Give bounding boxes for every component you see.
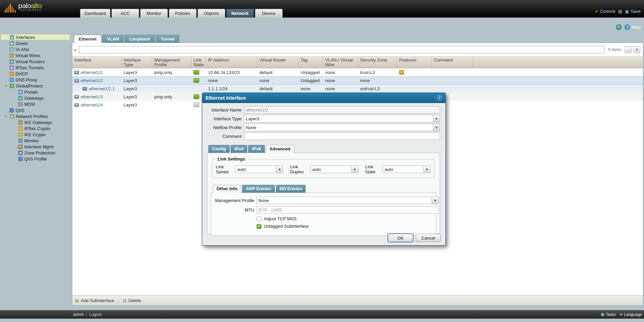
logo-text: paloaltoNETWORKS xyxy=(18,3,42,13)
tab-advanced[interactable]: Advanced xyxy=(266,145,294,153)
interface-icon: ▦ xyxy=(74,103,79,107)
document-edit-icon[interactable]: ▤ xyxy=(618,9,622,14)
sidebar-item-ike-crypto[interactable]: KIKE Crypto xyxy=(1,131,70,138)
save-button[interactable]: ▣Save xyxy=(625,9,641,14)
sidebar-item-zones[interactable]: ▦Zones xyxy=(1,40,70,46)
column-interface[interactable]: Interface xyxy=(72,57,122,68)
untagged-subinterface-checkbox[interactable] xyxy=(257,224,261,229)
sidebar-item-ipsec-tunnels[interactable]: ◉IPSec Tunnels xyxy=(1,65,70,71)
subinterface-icon: ▸ xyxy=(82,87,87,91)
column-ip-address[interactable]: IP Address xyxy=(206,57,257,68)
language-button[interactable]: ⊕Language xyxy=(619,312,642,317)
column-security-zone[interactable]: Security Zone xyxy=(358,57,397,68)
column-link-state[interactable]: Link State xyxy=(191,57,206,68)
sidebar-item-network-profiles[interactable]: ▼▤Network Profiles xyxy=(1,113,70,119)
ipsec-crypto-icon: K xyxy=(18,126,23,131)
sidebar-item-qos[interactable]: ◔QoS xyxy=(1,107,70,113)
sidebar-item-virtual-wires[interactable]: ≈Virtual Wires xyxy=(1,52,70,58)
column-management-profile[interactable]: Management Profile xyxy=(152,57,191,68)
refresh-icon[interactable]: ↻ xyxy=(616,24,622,30)
mdm-icon: ▯ xyxy=(18,102,23,106)
dns-proxy-icon: N xyxy=(9,78,14,82)
sidebar-item-interfaces[interactable]: ▤Interfaces xyxy=(1,34,70,40)
sidebar-item-monitor[interactable]: ▭Monitor xyxy=(1,138,70,144)
netflow-profile-label: Netflow Profile xyxy=(207,125,241,130)
nav-tab-dashboard[interactable]: Dashboard xyxy=(80,9,110,18)
sidebar-item-zone-protection[interactable]: ◆Zone Protection xyxy=(1,150,70,156)
dialog-footer: OK Cancel xyxy=(388,234,441,242)
sidebar-item-mdm[interactable]: ▯MDM xyxy=(1,101,70,107)
top-header: paloaltoNETWORKS Dashboard ACC Monitor P… xyxy=(0,0,644,18)
link-state-label: Link State xyxy=(365,164,381,174)
column-vlan-virtual-wire[interactable]: VLAN / Virtual-Wire xyxy=(323,57,358,68)
column-virtual-router[interactable]: Virtual Router xyxy=(257,57,299,68)
tab-ethernet[interactable]: Ethernet xyxy=(74,35,101,43)
link-duplex-select[interactable]: auto ▼ xyxy=(310,166,358,173)
nav-tab-device[interactable]: Device xyxy=(255,9,283,18)
tab-ipv4[interactable]: IPv4 xyxy=(231,145,247,153)
comment-input[interactable] xyxy=(244,132,440,140)
sidebar-item-globalprotect[interactable]: ▼⊕GlobalProtect xyxy=(1,83,70,89)
sidebar-item-qos-profile[interactable]: ◔QoS Profile xyxy=(1,156,70,162)
sidebar-item-ike-gateways[interactable]: #IKE Gateways xyxy=(1,119,70,125)
tab-config[interactable]: Config xyxy=(208,145,230,153)
link-speed-select[interactable]: auto ▼ xyxy=(235,166,283,173)
nav-tab-network[interactable]: Network xyxy=(226,9,254,18)
interface-type-select[interactable]: Layer3 ▼ xyxy=(244,115,440,122)
tab-other-info[interactable]: Other Info xyxy=(213,185,241,193)
nav-tab-objects[interactable]: Objects xyxy=(198,9,225,18)
sidebar-item-virtual-routers[interactable]: ◈Virtual Routers xyxy=(1,58,70,65)
tab-tunnel[interactable]: Tunnel xyxy=(156,35,180,43)
column-features[interactable]: Features xyxy=(397,57,432,68)
help-button[interactable]: ?Help xyxy=(624,24,641,30)
add-subinterface-button[interactable]: ⊞Add Subinterface xyxy=(75,298,114,303)
ok-button[interactable]: OK xyxy=(388,234,413,242)
chevron-down-icon: ▼ xyxy=(276,166,283,173)
table-row-ethernet1-2[interactable]: ▦ethernet1/2 Layer3 none none Untagged n… xyxy=(72,76,643,84)
nav-tab-policies[interactable]: Policies xyxy=(169,9,197,18)
nav-tab-acc[interactable]: ACC xyxy=(111,9,139,18)
virtual-routers-icon: ◈ xyxy=(9,59,14,64)
qos-profile-icon: ◔ xyxy=(18,157,23,161)
tab-nd-entries[interactable]: ND Entries xyxy=(276,185,306,193)
sidebar-item-portals[interactable]: ◉Portals xyxy=(1,89,70,95)
tasks-button[interactable]: ▣Tasks xyxy=(601,312,616,317)
cancel-button[interactable]: Cancel xyxy=(416,234,441,242)
clear-filter-button[interactable]: × xyxy=(634,46,640,53)
dialog-help-icon[interactable]: ? xyxy=(437,95,442,101)
link-settings-fieldset: Link Settings Link Speed auto ▼ Link Dup… xyxy=(212,159,434,178)
filter-icon: ▶ xyxy=(74,48,77,52)
tab-arp-entries[interactable]: ARP Entries xyxy=(242,185,275,193)
sidebar-item-ipsec-crypto[interactable]: KIPSec Crypto xyxy=(1,125,70,131)
apply-filter-button[interactable]: → xyxy=(625,46,632,53)
column-interface-type[interactable]: Interface Type xyxy=(122,57,152,68)
table-row-ethernet1-1[interactable]: ▦ethernet1/1 Layer3 ping-only 10.66.24.1… xyxy=(72,68,643,76)
sidebar-item-gateways[interactable]: ◈Gateways xyxy=(1,95,70,101)
sidebar-item-vlans[interactable]: ▧VLANs xyxy=(1,46,70,52)
mtu-input[interactable] xyxy=(256,206,439,214)
filter-input[interactable] xyxy=(79,46,605,53)
tab-vlan[interactable]: VLAN xyxy=(102,35,124,43)
table-row-ethernet1-2-1[interactable]: ▸ethernet1/2.1 Layer3 1.1.1.1/24 default… xyxy=(72,84,643,93)
column-comment[interactable]: Comment xyxy=(432,57,473,68)
logout-link[interactable]: Logout xyxy=(89,312,102,317)
tasks-icon: ▣ xyxy=(601,312,604,317)
commit-button[interactable]: ✔Commit xyxy=(595,9,615,14)
sidebar-item-dhcp[interactable]: DDHCP xyxy=(1,71,70,77)
expander-icon[interactable]: ▼ xyxy=(4,115,8,118)
divider xyxy=(118,298,119,303)
netflow-profile-select[interactable]: None ▼ xyxy=(244,124,440,131)
language-globe-icon: ⊕ xyxy=(619,312,622,317)
column-tag[interactable]: Tag xyxy=(299,57,323,68)
nav-tab-monitor[interactable]: Monitor xyxy=(140,9,168,18)
sidebar-item-dns-proxy[interactable]: NDNS Proxy xyxy=(1,77,70,83)
monitor-icon: ▭ xyxy=(18,139,23,143)
adjust-tcp-mss-checkbox[interactable] xyxy=(257,217,261,221)
tab-ipv6[interactable]: IPv6 xyxy=(248,145,265,153)
link-state-select[interactable]: auto ▼ xyxy=(383,166,431,173)
management-profile-select[interactable]: None ▼ xyxy=(256,197,439,204)
delete-button[interactable]: ⊟Delete xyxy=(123,298,141,303)
tab-loopback[interactable]: Loopback xyxy=(125,35,155,43)
expander-icon[interactable]: ▼ xyxy=(4,84,8,88)
sidebar-item-interface-mgmt[interactable]: ✱Interface Mgmt xyxy=(1,144,70,150)
